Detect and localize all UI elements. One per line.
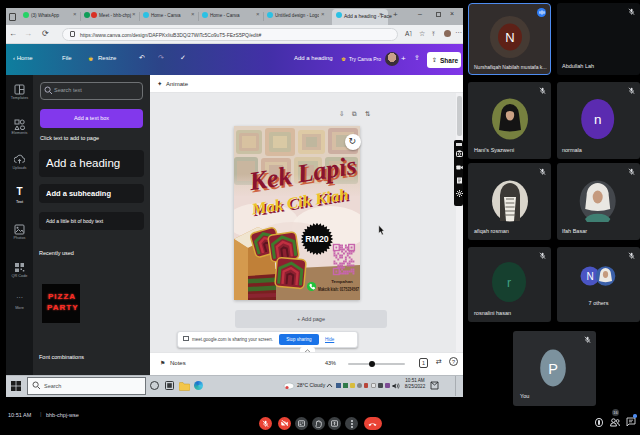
svg-text:r: r <box>507 276 511 290</box>
svg-text:N: N <box>505 30 514 45</box>
svg-text:P: P <box>548 361 558 377</box>
svg-text:RM20: RM20 <box>305 234 329 244</box>
svg-text:N: N <box>586 271 593 282</box>
svg-text:Makcik kiah: 0175234567: Makcik kiah: 0175234567 <box>318 287 359 292</box>
svg-text:n: n <box>594 112 602 127</box>
svg-text:Tempahan: Tempahan <box>331 279 353 284</box>
